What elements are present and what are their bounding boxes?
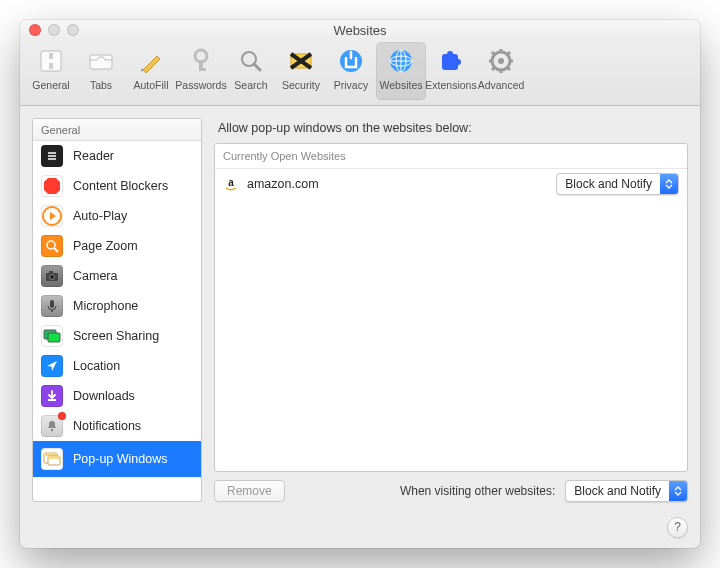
websites-icon	[386, 46, 416, 76]
sidebar: General Reader Content Blockers	[32, 118, 202, 502]
other-websites-label: When visiting other websites:	[400, 484, 555, 498]
sidebar-item-label: Reader	[73, 149, 114, 163]
remove-button[interactable]: Remove	[214, 480, 285, 502]
svg-line-25	[492, 52, 495, 55]
camera-icon	[41, 265, 63, 287]
website-row-policy-select[interactable]: Block and Notify	[556, 173, 679, 195]
help-button[interactable]: ?	[667, 517, 688, 538]
svg-point-38	[50, 275, 55, 280]
window-body: General Reader Content Blockers	[20, 106, 700, 514]
svg-line-36	[54, 248, 58, 252]
svg-rect-1	[49, 53, 53, 59]
page-zoom-icon	[41, 235, 63, 257]
svg-point-17	[447, 51, 453, 57]
autofill-icon	[136, 46, 166, 76]
sidebar-item-label: Content Blockers	[73, 179, 168, 193]
tab-general[interactable]: General	[26, 42, 76, 100]
svg-line-27	[507, 52, 510, 55]
website-row-site: amazon.com	[247, 177, 556, 191]
search-icon	[236, 46, 266, 76]
notification-badge-icon	[58, 412, 66, 420]
content-blockers-icon	[41, 175, 63, 197]
svg-point-35	[47, 241, 55, 249]
advanced-icon	[486, 46, 516, 76]
sidebar-item-microphone[interactable]: Microphone	[33, 291, 201, 321]
amazon-favicon-icon: a	[223, 176, 239, 192]
sidebar-item-downloads[interactable]: Downloads	[33, 381, 201, 411]
tab-autofill[interactable]: AutoFill	[126, 42, 176, 100]
svg-point-20	[498, 58, 504, 64]
sidebar-item-pop-up-windows[interactable]: Pop-up Windows	[33, 441, 201, 477]
svg-rect-40	[50, 300, 54, 308]
svg-text:a: a	[228, 177, 234, 188]
sidebar-item-reader[interactable]: Reader	[33, 141, 201, 171]
sidebar-item-label: Auto-Play	[73, 209, 127, 223]
svg-point-45	[51, 429, 53, 431]
tabs-icon	[86, 46, 116, 76]
zoom-window-button[interactable]	[67, 24, 79, 36]
sidebar-item-content-blockers[interactable]: Content Blockers	[33, 171, 201, 201]
svg-marker-34	[50, 212, 56, 220]
svg-rect-43	[48, 333, 60, 342]
screen-sharing-icon	[41, 325, 63, 347]
sidebar-item-notifications[interactable]: Notifications	[33, 411, 201, 441]
tab-extensions[interactable]: Extensions	[426, 42, 476, 100]
sidebar-item-label: Camera	[73, 269, 117, 283]
svg-marker-32	[44, 178, 60, 194]
extensions-icon	[436, 46, 466, 76]
svg-line-8	[254, 64, 260, 70]
tab-websites[interactable]: Websites	[376, 42, 426, 100]
sidebar-item-label: Page Zoom	[73, 239, 138, 253]
microphone-icon	[41, 295, 63, 317]
sidebar-item-label: Location	[73, 359, 120, 373]
bottom-bar: Remove When visiting other websites: Blo…	[214, 472, 688, 502]
websites-list: Currently Open Websites a amazon.com Blo…	[214, 143, 688, 472]
downloads-icon	[41, 385, 63, 407]
window-controls	[29, 24, 79, 36]
main-panel: Allow pop-up windows on the websites bel…	[214, 118, 688, 502]
sidebar-item-auto-play[interactable]: Auto-Play	[33, 201, 201, 231]
auto-play-icon	[41, 205, 63, 227]
svg-rect-6	[199, 68, 206, 71]
tab-advanced[interactable]: Advanced	[476, 42, 526, 100]
websites-list-header: Currently Open Websites	[215, 144, 687, 169]
sidebar-item-location[interactable]: Location	[33, 351, 201, 381]
sidebar-list: Reader Content Blockers Auto-Play	[33, 141, 201, 501]
general-icon	[36, 46, 66, 76]
sidebar-item-screen-sharing[interactable]: Screen Sharing	[33, 321, 201, 351]
website-row[interactable]: a amazon.com Block and Notify	[215, 169, 687, 199]
titlebar: Websites	[20, 20, 700, 40]
svg-line-28	[492, 67, 495, 70]
security-icon	[286, 46, 316, 76]
preferences-toolbar: General Tabs AutoFill Passwords Search	[20, 40, 700, 106]
pop-up-windows-icon	[41, 448, 63, 470]
sidebar-item-camera[interactable]: Camera	[33, 261, 201, 291]
svg-line-26	[507, 67, 510, 70]
tab-tabs[interactable]: Tabs	[76, 42, 126, 100]
tab-privacy[interactable]: Privacy	[326, 42, 376, 100]
tab-search[interactable]: Search	[226, 42, 276, 100]
window-title: Websites	[20, 23, 700, 38]
close-window-button[interactable]	[29, 24, 41, 36]
websites-list-body: a amazon.com Block and Notify	[215, 169, 687, 471]
other-websites-policy-select[interactable]: Block and Notify	[565, 480, 688, 502]
tab-security[interactable]: Security	[276, 42, 326, 100]
sidebar-item-page-zoom[interactable]: Page Zoom	[33, 231, 201, 261]
svg-rect-2	[49, 63, 53, 69]
tab-passwords[interactable]: Passwords	[176, 42, 226, 100]
select-arrows-icon	[660, 174, 678, 194]
reader-icon	[41, 145, 63, 167]
sidebar-item-label: Microphone	[73, 299, 138, 313]
sidebar-item-label: Notifications	[73, 419, 141, 433]
passwords-icon	[186, 46, 216, 76]
other-websites-policy-value: Block and Notify	[566, 481, 669, 501]
sidebar-header: General	[33, 119, 201, 141]
website-row-policy-value: Block and Notify	[557, 174, 660, 194]
sidebar-item-label: Screen Sharing	[73, 329, 159, 343]
minimize-window-button[interactable]	[48, 24, 60, 36]
main-heading: Allow pop-up windows on the websites bel…	[218, 121, 688, 135]
sidebar-item-label: Downloads	[73, 389, 135, 403]
footer: ?	[20, 514, 700, 548]
preferences-window: Websites General Tabs AutoFill Passwords	[20, 20, 700, 548]
notifications-icon	[41, 415, 63, 437]
